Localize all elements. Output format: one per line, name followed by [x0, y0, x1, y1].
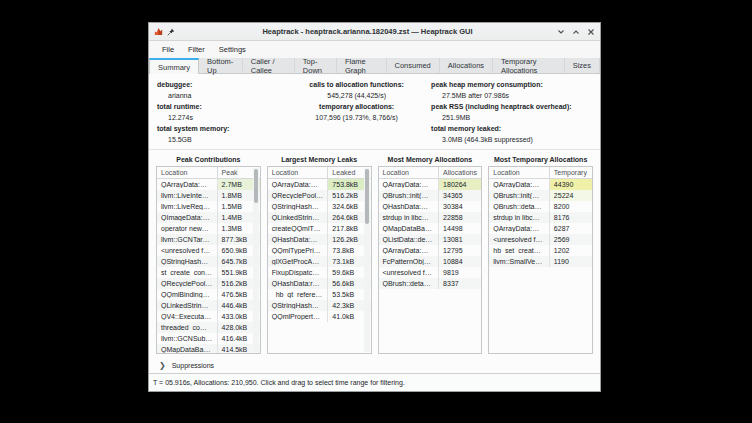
- menu-item[interactable]: Filter: [181, 43, 212, 56]
- location-cell: QQmlBinding…: [157, 291, 217, 298]
- table-row[interactable]: QHashData:… 126.2kB: [268, 234, 371, 245]
- minimize-button[interactable]: [556, 27, 565, 36]
- table-row[interactable]: llvm::LiveInte… 1.8MB: [157, 190, 260, 201]
- table-row[interactable]: FixupDispatc… 59.6kB: [268, 267, 371, 278]
- table-row[interactable]: QQmlTypePri… 73.8kB: [268, 245, 371, 256]
- table-row[interactable]: QV4::Executa… 433.0kB: [157, 311, 260, 322]
- summary-item: total system memory: 15.5GB: [157, 123, 282, 145]
- stat-panels: Peak Contributions Location Peak QArrayD…: [149, 150, 600, 357]
- column-header-location[interactable]: Location: [268, 169, 328, 176]
- location-cell: QListData::de…: [379, 236, 439, 243]
- column-header-location[interactable]: Location: [157, 169, 217, 176]
- table-row[interactable]: strdup in libc… 22858: [379, 212, 482, 223]
- table-row[interactable]: QListData::de… 13081: [379, 234, 482, 245]
- location-cell: FixupDispatc…: [268, 269, 328, 276]
- pin-icon: [167, 28, 175, 36]
- table-header: Location Leaked: [268, 167, 371, 179]
- location-cell: <unresolved f…: [379, 269, 439, 276]
- maximize-button[interactable]: [571, 27, 580, 36]
- table-row[interactable]: QMapDataBa… 414.5kB: [157, 344, 260, 353]
- tab[interactable]: Allocations: [440, 58, 493, 73]
- table-body: QArrayData:… 180264 QBrush::init(… 34365…: [379, 179, 482, 353]
- table-row[interactable]: QBrush::deta… 8200: [489, 201, 592, 212]
- menu-item[interactable]: Settings: [212, 43, 253, 56]
- table-row[interactable]: QArrayData:… 2.7MB: [157, 179, 260, 190]
- location-cell: st_create_con…: [157, 269, 217, 276]
- table-row[interactable]: QImageData:… 1.4MB: [157, 212, 260, 223]
- table-row[interactable]: llvm::LiveReg… 1.5MB: [157, 201, 260, 212]
- table-row[interactable]: QHashData:… 30384: [379, 201, 482, 212]
- table-row[interactable]: llvm::GCNTar… 877.3kB: [157, 234, 260, 245]
- close-button[interactable]: [586, 27, 595, 36]
- column-header-value[interactable]: Allocations: [438, 167, 481, 178]
- table-row[interactable]: createQQmlT… 217.8kB: [268, 223, 371, 234]
- table-row[interactable]: QBrush::init(… 34365: [379, 190, 482, 201]
- table-row[interactable]: st_create_con… 551.9kB: [157, 267, 260, 278]
- column-header-location[interactable]: Location: [379, 169, 439, 176]
- table-row[interactable]: strdup in libc… 8176: [489, 212, 592, 223]
- tab[interactable]: Flame Graph: [337, 58, 387, 73]
- tab[interactable]: Sizes: [565, 58, 600, 73]
- table-row[interactable]: QStringHash… 42.3kB: [268, 300, 371, 311]
- menu-item[interactable]: File: [155, 43, 181, 56]
- panel-table: Location Temporary QArrayData:… 44390 QB…: [488, 166, 593, 354]
- table-row[interactable]: FcPatternObj… 10884: [379, 256, 482, 267]
- summary-label-suffix: (including heaptrack overhead):: [463, 103, 571, 110]
- table-row[interactable]: QQmlBinding… 476.5kB: [157, 289, 260, 300]
- table-row[interactable]: <unresolved f… 2569: [489, 234, 592, 245]
- value-cell: 10884: [438, 256, 481, 267]
- table-row[interactable]: QArrayData:… 180264: [379, 179, 482, 190]
- summary-item: debuggee: arianna: [157, 79, 282, 101]
- table-row[interactable]: <unresolved f… 650.9kB: [157, 245, 260, 256]
- table-row[interactable]: QRecyclePool… 516.2kB: [157, 278, 260, 289]
- tab[interactable]: Caller / Callee: [243, 58, 295, 73]
- table-row[interactable]: QArrayData:… 6287: [489, 223, 592, 234]
- value-cell: 12795: [438, 245, 481, 256]
- table-row[interactable]: <unresolved f… 9819: [379, 267, 482, 278]
- table-row[interactable]: QLinkedStrin… 264.6kB: [268, 212, 371, 223]
- window-titlebar[interactable]: Heaptrack - heaptrack.arianna.182049.zst…: [149, 23, 600, 41]
- column-header-value[interactable]: Temporary: [549, 167, 592, 178]
- panel-title: Most Temporary Allocations: [488, 154, 593, 166]
- table-row[interactable]: QStringHash… 324.6kB: [268, 201, 371, 212]
- summary-label-text: total system memory:: [157, 125, 229, 132]
- stat-panel: Most Memory Allocations Location Allocat…: [378, 154, 483, 354]
- table-row[interactable]: llvm::SmallVe… 1190: [489, 256, 592, 267]
- tab[interactable]: Temporary Allocations: [493, 58, 565, 73]
- table-row[interactable]: QBrush::init(… 25224: [489, 190, 592, 201]
- location-cell: llvm::SmallVe…: [489, 258, 549, 265]
- suppressions-toggle[interactable]: ❯ Suppressions: [149, 357, 600, 373]
- scrollbar-thumb[interactable]: [365, 169, 369, 224]
- scrollbar[interactable]: [253, 168, 259, 352]
- table-row[interactable]: QArrayData:… 12795: [379, 245, 482, 256]
- table-body: QArrayData:… 44390 QBrush::init(… 25224 …: [489, 179, 592, 353]
- value-cell: 44390: [549, 179, 592, 190]
- tab[interactable]: Consumed: [387, 58, 440, 73]
- table-row[interactable]: QRecyclePool… 516.2kB: [268, 190, 371, 201]
- table-row[interactable]: QQmlPropert… 41.0kB: [268, 311, 371, 322]
- table-row[interactable]: QMapDataBa… 14498: [379, 223, 482, 234]
- suppressions-label: Suppressions: [172, 362, 214, 369]
- table-row[interactable]: QLinkedStrin… 446.4kB: [157, 300, 260, 311]
- column-header-location[interactable]: Location: [489, 169, 549, 176]
- tab[interactable]: Summary: [149, 58, 199, 74]
- table-row[interactable]: QArrayData:… 44390: [489, 179, 592, 190]
- tab[interactable]: Top-Down: [295, 58, 337, 73]
- table-row[interactable]: QStringHash… 645.7kB: [157, 256, 260, 267]
- table-row[interactable]: operator new… 1.3MB: [157, 223, 260, 234]
- table-row[interactable]: llvm::GCNSub… 416.4kB: [157, 333, 260, 344]
- table-row[interactable]: glXGetProcA… 73.1kB: [268, 256, 371, 267]
- scrollbar[interactable]: [364, 168, 370, 352]
- summary-value: 251.9MB: [431, 112, 592, 123]
- summary-column-peaks: peak heap memory consumption: 27.5MB aft…: [431, 79, 592, 145]
- table-row[interactable]: QHashData:r… 56.6kB: [268, 278, 371, 289]
- table-row[interactable]: QArrayData:… 753.8kB: [268, 179, 371, 190]
- table-row[interactable]: _hb_qt_refere… 53.5kB: [268, 289, 371, 300]
- summary-value: 3.0MB (464.3kB suppressed): [431, 134, 592, 145]
- table-row[interactable]: hb_set_creat… 1202: [489, 245, 592, 256]
- tab[interactable]: Bottom-Up: [199, 58, 243, 73]
- summary-label: total runtime:: [157, 101, 282, 112]
- scrollbar-thumb[interactable]: [254, 169, 258, 203]
- table-row[interactable]: QBrush::deta… 8337: [379, 278, 482, 289]
- table-row[interactable]: threaded_co… 428.0kB: [157, 322, 260, 333]
